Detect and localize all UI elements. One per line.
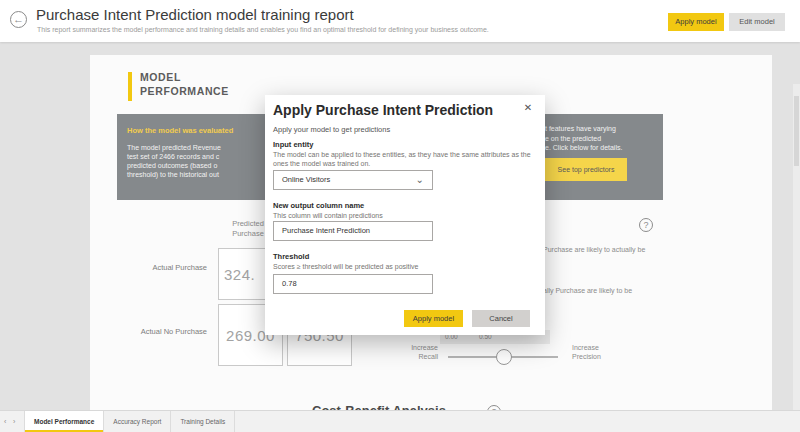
prediction-note-line2: ally Purchase are likely to be — [543, 287, 632, 294]
banner-right-line: e on the predicted — [545, 134, 622, 144]
banner-right-line: t features have varying — [545, 124, 622, 134]
tab-training-details[interactable]: Training Details — [171, 411, 235, 432]
tab-prev-icon[interactable]: ‹ — [4, 418, 6, 425]
edit-model-button[interactable]: Edit model — [729, 13, 785, 31]
input-entity-value: Online Visitors — [282, 175, 330, 184]
close-icon[interactable]: ✕ — [521, 101, 535, 115]
report-tab-bar: ‹ › Model Performance Accuracy Report Tr… — [0, 410, 800, 432]
back-icon[interactable]: ← — [10, 11, 27, 28]
dialog-subtitle: Apply your model to get predictions — [273, 125, 390, 134]
report-header: ← Purchase Intent Prediction model train… — [0, 0, 800, 42]
report-tabs: Model Performance Accuracy Report Traini… — [24, 411, 235, 432]
banner-right-line: e. Click below for details. — [545, 143, 622, 153]
threshold-input[interactable]: 0.78 — [273, 274, 433, 294]
banner-right-text: t features have varying e on the predict… — [545, 124, 622, 153]
see-top-predictors-button[interactable]: See top predictors — [545, 158, 627, 181]
apply-model-dialog: Apply Purchase Intent Prediction ✕ Apply… — [265, 95, 545, 335]
page-title: Purchase Intent Prediction model trainin… — [36, 6, 354, 23]
page-subtitle: This report summarizes the model perform… — [37, 26, 489, 33]
increase-recall-line2: Recall — [390, 352, 438, 361]
increase-recall-label: Increase Recall — [390, 343, 438, 361]
increase-precision-label: Increase Precision — [572, 343, 632, 361]
section-title-line2: PERFORMANCE — [140, 84, 229, 98]
section-title-line1: MODEL — [140, 70, 229, 84]
banner-body-line: test set of 2466 records and c — [127, 152, 221, 161]
increase-precision-line1: Increase — [572, 343, 632, 352]
input-entity-label: Input entity — [273, 140, 313, 149]
threshold-slider-handle[interactable] — [496, 349, 512, 365]
matrix-row1-label: Actual Purchase — [107, 263, 207, 272]
output-column-description: This column will contain predictions — [273, 211, 537, 220]
banner-body-line: The model predicted Revenue — [127, 143, 221, 152]
section-title: MODEL PERFORMANCE — [140, 70, 229, 98]
section-accent-bar — [128, 72, 132, 101]
banner-body-line: threshold) to the historical out — [127, 170, 221, 179]
tab-next-icon[interactable]: › — [13, 418, 15, 425]
scrollbar-thumb[interactable] — [794, 96, 799, 166]
matrix-row2-label: Actual No Purchase — [107, 327, 207, 336]
dialog-cancel-button[interactable]: Cancel — [472, 310, 530, 327]
output-column-input[interactable]: Purchase Intent Prediction — [273, 221, 433, 241]
threshold-value: 0.78 — [282, 279, 297, 288]
dialog-apply-model-button[interactable]: Apply model — [404, 310, 463, 327]
increase-precision-line2: Precision — [572, 352, 632, 361]
tab-accuracy-report[interactable]: Accuracy Report — [104, 411, 171, 432]
output-column-label: New output column name — [273, 201, 364, 210]
prediction-note-line1: Purchase are likely to actually be — [543, 246, 645, 253]
input-entity-description: The model can be applied to these entiti… — [273, 150, 537, 168]
banner-heading: How the model was evaluated — [127, 126, 233, 135]
help-icon[interactable]: ? — [639, 218, 653, 232]
matrix-cell-value: 324. — [224, 266, 255, 283]
vertical-scrollbar[interactable] — [793, 84, 800, 432]
increase-recall-line1: Increase — [390, 343, 438, 352]
input-entity-dropdown[interactable]: Online Visitors ⌄ — [273, 170, 433, 190]
threshold-description: Scores ≥ threshold will be predicted as … — [273, 262, 537, 271]
apply-model-button[interactable]: Apply model — [668, 13, 724, 31]
output-column-value: Purchase Intent Prediction — [282, 226, 370, 235]
tab-model-performance[interactable]: Model Performance — [24, 411, 104, 432]
chevron-down-icon: ⌄ — [416, 171, 424, 188]
banner-body-line: predicted outcomes (based o — [127, 161, 221, 170]
banner-body: The model predicted Revenue test set of … — [127, 143, 221, 179]
dialog-title: Apply Purchase Intent Prediction — [273, 102, 493, 118]
threshold-label: Threshold — [273, 252, 309, 261]
